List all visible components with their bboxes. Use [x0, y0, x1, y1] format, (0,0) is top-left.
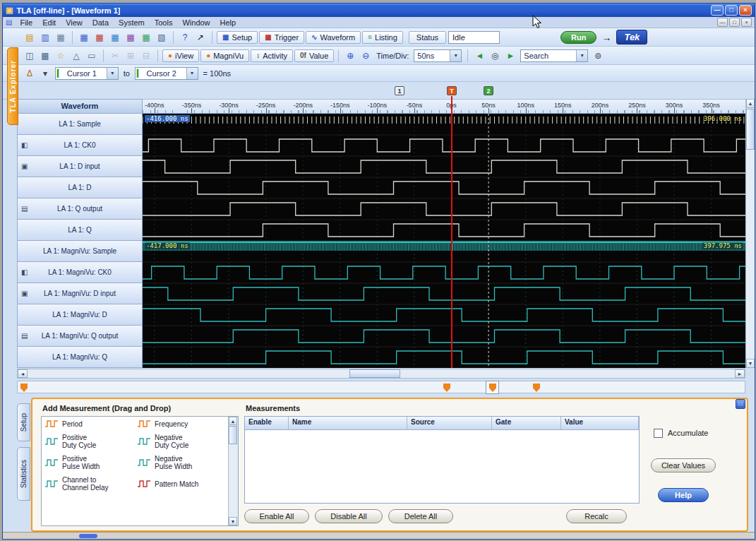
- listing-button[interactable]: ≡Listing: [362, 31, 403, 44]
- panel-expand-button[interactable]: □: [736, 399, 745, 409]
- channel-la1-magnivu-d[interactable]: LA 1: MagniVu: D: [17, 304, 143, 326]
- list-scroll-thumb[interactable]: [229, 426, 237, 444]
- delete-all-button[interactable]: Delete All: [388, 509, 453, 523]
- help-icon[interactable]: ?: [178, 31, 192, 44]
- channel-la1-magnivu-q[interactable]: LA 1: MagniVu: Q: [17, 347, 143, 368]
- waveform-plot[interactable]: -416.000 ns396.000 ns-417.000 ns397.975 …: [143, 114, 745, 368]
- favorites-icon[interactable]: ☆: [54, 49, 68, 62]
- measurement-positive-duty-cycle[interactable]: PositiveDuty Cycle: [44, 434, 134, 449]
- find-icon[interactable]: ◎: [488, 49, 502, 62]
- scroll-right-button[interactable]: ►: [735, 369, 745, 378]
- chevron-down-icon[interactable]: ▾: [576, 50, 587, 61]
- child-restore-button[interactable]: □: [729, 18, 740, 27]
- channel-la1-d-input[interactable]: ▣LA 1: D input: [17, 156, 143, 177]
- disable-all-button[interactable]: Disable All: [315, 509, 383, 523]
- measurement-period[interactable]: Period: [44, 420, 134, 428]
- timeline-marker-t[interactable]: T: [447, 86, 457, 95]
- accumulate-checkbox[interactable]: [654, 429, 663, 438]
- menu-item-data[interactable]: Data: [88, 18, 114, 28]
- measurements-table-body[interactable]: [245, 430, 639, 504]
- measurement-negative-pulse-width[interactable]: NegativePulse Width: [137, 455, 227, 470]
- close-button[interactable]: ×: [739, 5, 752, 16]
- menu-item-file[interactable]: File: [15, 18, 37, 28]
- setup-window-icon[interactable]: ▦: [77, 31, 91, 44]
- maximize-button[interactable]: □: [725, 5, 738, 16]
- save-icon[interactable]: ▥: [38, 31, 52, 44]
- minimize-button[interactable]: —: [711, 5, 724, 16]
- snapshot-icon[interactable]: △: [69, 49, 83, 62]
- trigger-cursor-line[interactable]: [451, 96, 452, 368]
- list-scroll-up-button[interactable]: ▲: [229, 417, 237, 425]
- channel-la1-magnivu-ck0[interactable]: ◧LA 1: MagniVu: CK0: [17, 262, 143, 283]
- child-close-button[interactable]: ×: [741, 18, 752, 27]
- scroll-down-button[interactable]: ▼: [746, 359, 755, 368]
- measurement-pattern-match[interactable]: Pattern Match: [137, 476, 227, 492]
- menu-item-help[interactable]: Help: [215, 18, 241, 28]
- recalc-button[interactable]: Recalc: [566, 509, 627, 523]
- title-bar[interactable]: ▣ TLA [off-line] - [Waveform 1] — □ ×: [3, 4, 755, 17]
- channel-la1-ck0[interactable]: ◧LA 1: CK0: [17, 135, 143, 156]
- search-prev-icon[interactable]: ◄: [472, 49, 486, 62]
- search-next-icon[interactable]: ►: [503, 49, 517, 62]
- channel-la1-q[interactable]: LA 1: Q: [17, 220, 143, 241]
- tab-setup[interactable]: Setup: [17, 403, 30, 441]
- system-monitor-icon[interactable]: ▧: [155, 31, 169, 44]
- magnivu-button[interactable]: ●MagniVu: [200, 49, 249, 62]
- tab-statistics[interactable]: Statistics: [17, 447, 30, 501]
- channel-la1-magnivu-sample[interactable]: LA 1: MagniVu: Sample: [17, 241, 143, 262]
- child-minimize-button[interactable]: —: [717, 18, 728, 27]
- activity-button[interactable]: ↕Activity: [251, 49, 293, 62]
- measurement-frequency[interactable]: Frequency: [137, 420, 227, 428]
- cursor2-combo[interactable]: ▎Cursor 2▾: [135, 67, 198, 80]
- measurement-channel-to-channel[interactable]: Channel toChannel Delay: [44, 476, 134, 492]
- search-options-icon[interactable]: ⊚: [591, 49, 605, 62]
- iview-button[interactable]: ●iView: [162, 49, 199, 62]
- zoom-in-icon[interactable]: ⊕: [343, 49, 357, 62]
- chevron-down-icon[interactable]: ▾: [450, 50, 461, 61]
- setup-button[interactable]: ▦Setup: [217, 31, 258, 44]
- horizontal-scroll-thumb[interactable]: [349, 369, 400, 378]
- channel-la1-sample[interactable]: LA 1: Sample: [17, 114, 143, 135]
- scroll-up-button[interactable]: ▲: [746, 99, 755, 108]
- cursor1-combo[interactable]: ▎Cursor 1▾: [55, 67, 119, 80]
- delta-time-icon[interactable]: Δ: [23, 67, 37, 80]
- menu-item-view[interactable]: View: [61, 18, 88, 28]
- print-icon[interactable]: ▦: [54, 31, 68, 44]
- cursor-flag[interactable]: [20, 384, 28, 392]
- list-scroll-down-button[interactable]: ▼: [229, 517, 237, 525]
- cursor-marker-strip[interactable]: [3, 379, 755, 396]
- trigger-window-icon[interactable]: ▦: [92, 31, 107, 44]
- channel-la1-magnivu-q-output[interactable]: ▤LA 1: MagniVu: Q output: [17, 326, 143, 347]
- waveform-button[interactable]: ∿Waveform: [306, 31, 361, 44]
- column-header-source[interactable]: Source: [407, 417, 492, 429]
- tile-windows-icon[interactable]: ◫: [23, 49, 37, 62]
- properties-icon[interactable]: ▭: [85, 49, 99, 62]
- menu-item-window[interactable]: Window: [177, 18, 215, 28]
- source-window-icon[interactable]: ▦: [139, 31, 153, 44]
- channel-la1-q-output[interactable]: ▤LA 1: Q output: [17, 198, 143, 220]
- value-button[interactable]: 0fValue: [294, 49, 334, 62]
- menu-item-edit[interactable]: Edit: [37, 18, 61, 28]
- clear-values-button[interactable]: Clear Values: [651, 458, 716, 472]
- time-ruler[interactable]: -400ns-350ns-300ns-250ns-200ns-150ns-100…: [143, 99, 745, 114]
- column-header-gate[interactable]: Gate: [492, 417, 561, 429]
- measurement-list-scrollbar[interactable]: ▲ ▼: [228, 417, 238, 525]
- run-system-icon[interactable]: ↗: [193, 31, 208, 44]
- zoom-out-icon[interactable]: ⊖: [359, 49, 373, 62]
- channel-la1-magnivu-d-input[interactable]: ▣LA 1: MagniVu: D input: [17, 283, 143, 304]
- timeline-marker-1[interactable]: 1: [395, 86, 404, 95]
- open-file-icon[interactable]: ▤: [23, 31, 37, 44]
- waveform-window-icon[interactable]: ▦: [108, 31, 122, 44]
- run-button[interactable]: Run: [560, 31, 596, 44]
- listing-window-icon[interactable]: ▦: [124, 31, 138, 44]
- timediv-combo[interactable]: 50ns▾: [414, 49, 462, 62]
- scroll-left-button[interactable]: ◄: [18, 369, 28, 378]
- enable-all-button[interactable]: Enable All: [244, 509, 309, 523]
- tla-explorer-tab[interactable]: TLA Explorer: [7, 47, 18, 125]
- chevron-down-icon[interactable]: ▾: [186, 68, 198, 79]
- horizontal-scrollbar[interactable]: ◄ ►: [17, 369, 745, 379]
- menu-item-tools[interactable]: Tools: [150, 18, 178, 28]
- measurement-negative-duty-cycle[interactable]: NegativeDuty Cycle: [137, 434, 227, 449]
- waveform-column-header[interactable]: Waveform: [17, 99, 143, 114]
- help-button[interactable]: Help: [658, 488, 709, 502]
